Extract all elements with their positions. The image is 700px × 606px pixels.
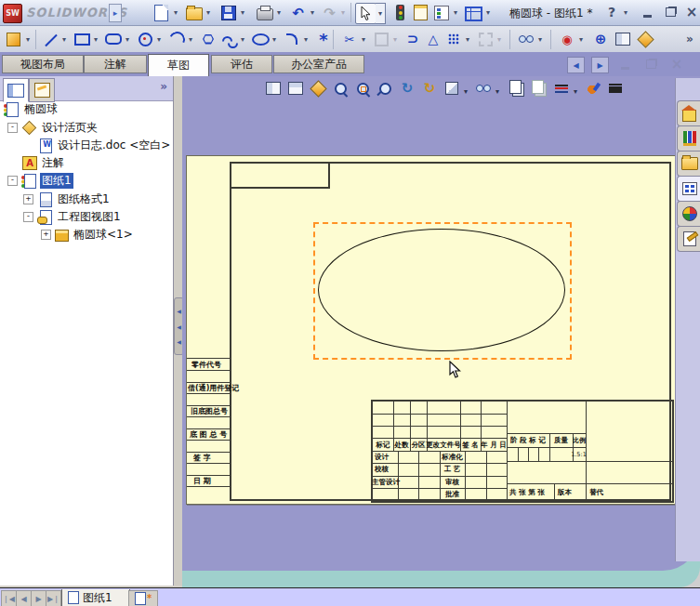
- sketch-dropdown[interactable]: ▾: [23, 30, 33, 49]
- select-button[interactable]: [355, 3, 376, 24]
- view-orientation-button[interactable]: [442, 79, 461, 98]
- zoom-to-fit-button[interactable]: [331, 79, 350, 98]
- ellipse-button[interactable]: [251, 30, 270, 48]
- add-sheet-button[interactable]: *: [128, 590, 158, 606]
- first-sheet-button[interactable]: ❘◀: [1, 590, 17, 606]
- undo-dropdown[interactable]: ▾: [308, 3, 317, 22]
- sketch-button[interactable]: [4, 30, 22, 48]
- paste-button[interactable]: [530, 79, 548, 98]
- rotate-view-button[interactable]: ↻: [420, 79, 439, 98]
- display-relations-button[interactable]: [517, 30, 535, 48]
- tree-item-sheet-format1[interactable]: + 图纸格式1: [0, 191, 112, 208]
- quick-snaps-button[interactable]: ◉: [558, 30, 576, 48]
- doc-close-button[interactable]: ×: [667, 57, 686, 72]
- line-thickness-button[interactable]: [606, 79, 625, 98]
- doc-minimize-button[interactable]: [615, 57, 634, 72]
- trim-entities-button[interactable]: ✂: [340, 30, 359, 48]
- centerpoint-button[interactable]: ⊕: [591, 30, 610, 48]
- save-dropdown[interactable]: ▾: [238, 3, 247, 22]
- circle-dropdown[interactable]: ▾: [154, 30, 164, 49]
- last-sheet-button[interactable]: ▶❘: [46, 590, 61, 606]
- rectangle-button[interactable]: [73, 30, 91, 48]
- save-button[interactable]: [218, 3, 238, 22]
- expander-icon[interactable]: +: [41, 230, 51, 240]
- polygon-button[interactable]: [199, 30, 218, 48]
- toolbar-overflow-button[interactable]: »: [680, 30, 699, 48]
- line-format-button[interactable]: [552, 79, 571, 98]
- display-style-button[interactable]: [474, 79, 493, 98]
- linear-pattern-button[interactable]: [444, 30, 463, 48]
- tab-solidworks-resources[interactable]: [677, 100, 700, 126]
- mirror-entities-button[interactable]: △: [424, 30, 442, 48]
- trim-dropdown[interactable]: ▾: [359, 30, 368, 49]
- view-orientation-dropdown[interactable]: ▾: [461, 82, 470, 101]
- zoom-to-area-button[interactable]: [353, 79, 372, 98]
- expander-icon[interactable]: -: [7, 176, 18, 186]
- tab-evaluate[interactable]: 评估: [211, 55, 272, 73]
- move-entities-button[interactable]: [476, 30, 495, 48]
- tree-item-sheet1[interactable]: - 图纸1: [0, 172, 73, 190]
- help-button[interactable]: ?: [602, 5, 621, 20]
- 3d-drawing-view-button[interactable]: [309, 79, 327, 98]
- tab-annotation[interactable]: 注解: [84, 55, 147, 73]
- next-sheet-button[interactable]: ▶: [31, 590, 46, 606]
- print-button[interactable]: [255, 3, 274, 22]
- minimize-button[interactable]: [638, 5, 656, 20]
- menu-pin-button[interactable]: ▸: [109, 4, 122, 22]
- new-dropdown[interactable]: ▾: [171, 3, 180, 22]
- convert-dropdown[interactable]: ▾: [390, 30, 400, 49]
- previous-sheet-button[interactable]: ◀: [16, 590, 32, 606]
- options-button[interactable]: [431, 3, 451, 22]
- arc-dropdown[interactable]: ▾: [186, 30, 195, 49]
- tile-horizontal-button[interactable]: [264, 79, 283, 98]
- pattern-dropdown[interactable]: ▾: [463, 30, 472, 49]
- sheet-tab[interactable]: 图纸1: [61, 589, 130, 606]
- undo-button[interactable]: ↶: [288, 3, 308, 22]
- copy-button[interactable]: [508, 79, 526, 98]
- relations-dropdown[interactable]: ▾: [535, 30, 545, 49]
- propertymanager-tab[interactable]: [29, 78, 55, 102]
- file-properties-button[interactable]: [411, 3, 430, 22]
- tree-item-design-journal[interactable]: W 设计日志.doc <空白>: [0, 137, 172, 154]
- featuremanager-tab[interactable]: [3, 78, 29, 102]
- snaps-dropdown[interactable]: ▾: [576, 30, 586, 49]
- slot-dropdown[interactable]: ▾: [123, 30, 132, 49]
- tree-item-annotations[interactable]: A 注解: [0, 154, 66, 172]
- expander-icon[interactable]: -: [23, 212, 33, 222]
- drawing-sheet[interactable]: 零件代号 借(通)用件登记 旧底图总号 底 图 总 号 签 字 日 期: [186, 155, 676, 505]
- spline-dropdown[interactable]: ▾: [238, 30, 247, 49]
- dimension-button[interactable]: [614, 30, 632, 48]
- zoom-in-out-button[interactable]: [376, 79, 394, 98]
- move-dropdown[interactable]: ▾: [495, 30, 504, 49]
- fillet-button[interactable]: [283, 30, 301, 48]
- line-format-dropdown[interactable]: ▾: [571, 82, 580, 101]
- sketch-picture-button[interactable]: [636, 30, 654, 48]
- restore-button[interactable]: [661, 5, 680, 20]
- rebuild-button[interactable]: [390, 3, 410, 22]
- tree-item-drawing-view1[interactable]: - 工程图视图1: [0, 208, 123, 226]
- redo-dropdown[interactable]: ▾: [338, 3, 348, 22]
- tab-sketch[interactable]: 草图: [148, 54, 209, 76]
- tree-item-design-binder[interactable]: - 设计活页夹: [0, 119, 99, 137]
- point-button[interactable]: *: [314, 30, 333, 48]
- refresh-view-button[interactable]: ↻: [398, 79, 416, 98]
- fillet-dropdown[interactable]: ▾: [301, 30, 310, 49]
- ellipse-dropdown[interactable]: ▾: [270, 30, 279, 49]
- offset-entities-button[interactable]: ⊃: [403, 30, 422, 48]
- tab-office-products[interactable]: 办公室产品: [273, 55, 364, 73]
- table-button[interactable]: [464, 3, 483, 22]
- line-button[interactable]: [41, 30, 59, 48]
- collapse-left-panel-button[interactable]: ◀: [567, 57, 585, 73]
- print-dropdown[interactable]: ▾: [274, 3, 284, 22]
- doc-restore-button[interactable]: [641, 57, 660, 72]
- select-dropdown[interactable]: ▾: [376, 3, 386, 24]
- tree-item-root[interactable]: 椭圆球: [0, 100, 59, 118]
- tree-item-part-ellipsoid[interactable]: + 椭圆球<1>: [0, 226, 135, 244]
- expander-icon[interactable]: -: [7, 123, 18, 133]
- tab-design-library[interactable]: [677, 125, 700, 152]
- help-dropdown[interactable]: ▾: [621, 3, 630, 22]
- circle-button[interactable]: [136, 30, 154, 48]
- table-dropdown[interactable]: ▾: [483, 3, 493, 22]
- tab-view-palette[interactable]: [677, 176, 700, 202]
- slot-button[interactable]: [104, 30, 123, 48]
